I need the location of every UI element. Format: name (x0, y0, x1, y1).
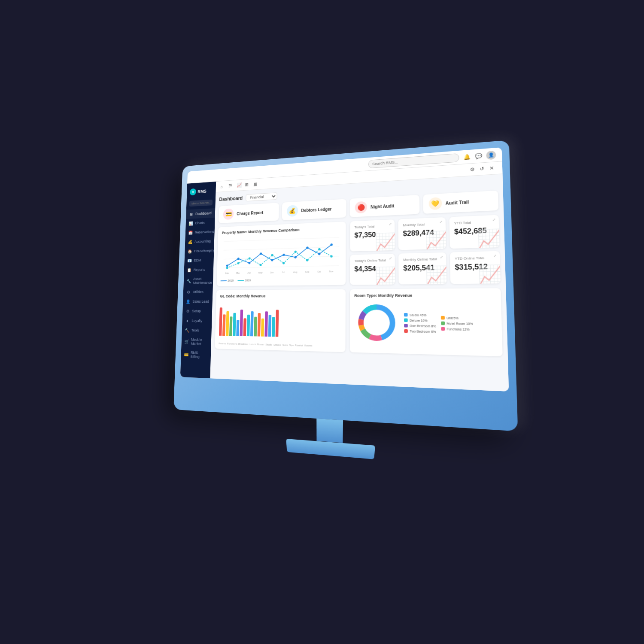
legend-dot-two-bedroom (404, 329, 408, 333)
stat-ytd-total-label: YTD Total (454, 220, 494, 225)
expand-icon-3[interactable]: ⤢ (492, 218, 496, 222)
logo-area: R RMS (187, 185, 216, 200)
loyalty-icon: ♦ (185, 318, 190, 323)
debtors-ledger-card[interactable]: 💰 Debtors Ledger (282, 199, 346, 220)
svg-point-9 (283, 254, 285, 256)
legend-functions: Functions 12% (441, 327, 473, 331)
chat-icon[interactable]: 💬 (474, 152, 482, 160)
svg-text:Jun: Jun (270, 271, 273, 274)
stat-monthly-online-label: Monthly Online Total (403, 257, 441, 261)
utilities-icon: ⚙ (186, 289, 191, 294)
bar-9 (247, 315, 250, 336)
legend-motel: Motel Room 10% (441, 322, 473, 325)
reservations-icon: 📅 (188, 230, 192, 235)
reports-icon: 📋 (187, 267, 191, 272)
bar-label-lunch: Lunch (249, 343, 256, 346)
menu-search-input[interactable] (189, 200, 213, 207)
main-layout: R RMS ⊞ Dashboard 📊 Charts (180, 161, 509, 392)
sidebar-item-sales[interactable]: 👤 Sales Lead (183, 297, 213, 307)
legend-dot-one-bedroom (404, 324, 408, 328)
sales-icon: 👤 (186, 299, 191, 304)
expand-icon-1[interactable]: ⤢ (389, 222, 392, 226)
grid-icon[interactable]: ⊞ (245, 182, 250, 188)
debtors-ledger-label: Debtors Ledger (301, 207, 331, 213)
night-audit-icon: 🔴 (355, 201, 367, 214)
chart-icon[interactable]: 📈 (237, 182, 242, 188)
sidebar-item-accounting[interactable]: 💰 Accounting (185, 236, 215, 246)
sidebar-label-charts: Charts (195, 221, 205, 225)
svg-point-4 (226, 264, 228, 267)
table-icon[interactable]: ▦ (253, 181, 259, 187)
main-grid: Property Name: Monthly Revenue Compariso… (217, 215, 501, 286)
close-icon[interactable]: ✕ (489, 165, 496, 172)
menu-search-area (186, 198, 216, 208)
svg-point-17 (259, 264, 261, 266)
sidebar-item-reports[interactable]: 📋 Reports (184, 265, 213, 275)
sidebar-label-module: Module Market (191, 337, 208, 346)
expand-icon-6[interactable]: ⤢ (493, 254, 497, 258)
audit-trail-icon: 💛 (428, 197, 442, 210)
module-icon: 🛒 (184, 339, 189, 344)
stand-base (286, 439, 375, 459)
svg-point-16 (249, 257, 251, 259)
donut-legend: Studio 45% Deluxe 16% (404, 313, 436, 333)
expand-icon-4[interactable]: ⤢ (389, 256, 392, 260)
charge-report-card[interactable]: 💳 Charge Report (219, 203, 279, 223)
line-chart-legend: 2019 2020 (221, 278, 341, 282)
stat-bg-3: 📈 (477, 228, 499, 248)
sidebar-item-tools[interactable]: 🔨 Tools (182, 325, 212, 336)
user-avatar[interactable]: 👤 (486, 150, 496, 160)
svg-point-15 (237, 262, 239, 264)
sidebar-label-edm: EDM (194, 258, 201, 263)
bar-label-rooms2: Rooms (304, 344, 313, 347)
charge-report-icon: 💳 (223, 208, 234, 220)
financial-dropdown[interactable]: Financial (246, 192, 277, 201)
svg-text:Mar: Mar (236, 272, 240, 274)
sidebar-item-charts[interactable]: 📊 Charts (185, 218, 215, 228)
refresh-icon[interactable]: ↺ (480, 166, 486, 172)
sidebar-item-loyalty[interactable]: ♦ Loyalty (182, 316, 212, 325)
sidebar-item-setup[interactable]: ⚙ Setup (182, 306, 212, 316)
charts-icon: 📊 (188, 221, 193, 226)
legend-one-bedroom: One Bedroom 8% (404, 324, 436, 328)
sidebar-item-reservations[interactable]: 📅 Reservations (185, 227, 215, 237)
bar-label-breakfast: Breakfast (238, 343, 248, 345)
sidebar-item-asset[interactable]: 🔧 Asset Maintenance (183, 274, 213, 287)
bar-chart-area (219, 301, 341, 344)
sidebar-item-housekeeping[interactable]: 🏠 Housekeeping (185, 246, 214, 256)
stand-neck (316, 419, 343, 443)
list-icon[interactable]: ☰ (228, 183, 234, 188)
gear-icon[interactable]: ⚙ (470, 166, 477, 173)
home-icon[interactable]: ⌂ (220, 183, 225, 189)
toolbar-right: ⚙ ↺ ✕ (470, 165, 496, 173)
top-bar-icons: 🔔 💬 👤 (463, 150, 496, 161)
bar-16 (272, 317, 275, 337)
expand-icon-5[interactable]: ⤢ (440, 255, 443, 259)
sidebar-label-housekeeping: Housekeeping (194, 249, 215, 253)
dashboard-content: Dashboard Financial 💳 Charge Report (210, 174, 509, 391)
bar-11 (254, 316, 257, 336)
stat-todays-total: Today's Total $7,350 ⤢ 📈 (350, 219, 395, 251)
svg-point-11 (306, 246, 308, 249)
sidebar-item-module[interactable]: 🛒 Module Market (181, 335, 211, 349)
sidebar-label-asset: Asset Maintenance (193, 276, 213, 285)
donut-area: Studio 45% Deluxe 16% (354, 300, 497, 347)
sidebar-item-edm[interactable]: 📧 EDM (184, 255, 214, 265)
monitor-stand (286, 417, 374, 460)
audit-trail-card[interactable]: 💛 Audit Trail (423, 191, 498, 214)
bar-chart-title: GL Code: Monthly Revenue (220, 294, 341, 298)
bottom-charts: GL Code: Monthly Revenue (215, 288, 502, 356)
stat-ytd-online: YTD Online Total $315,512 ⤢ 📈 (450, 251, 501, 284)
legend-dot-functions (441, 327, 445, 331)
sidebar-item-utilities[interactable]: ⚙ Utilities (183, 287, 213, 297)
bar-label-functions: Functions (227, 343, 237, 345)
night-audit-card[interactable]: 🔴 Night Audit (350, 195, 419, 217)
legend-2020: 2020 (237, 279, 251, 282)
stat-todays-online: Today's Online Total $4,354 ⤢ 📈 (350, 253, 395, 285)
svg-line-1 (224, 247, 339, 250)
sidebar-item-billing[interactable]: 💳 RMS Billing (181, 348, 211, 362)
bell-icon[interactable]: 🔔 (463, 153, 471, 161)
legend-dot-deluxe (404, 319, 408, 322)
sidebar-label-reports: Reports (194, 267, 205, 272)
expand-icon-2[interactable]: ⤢ (439, 220, 443, 224)
